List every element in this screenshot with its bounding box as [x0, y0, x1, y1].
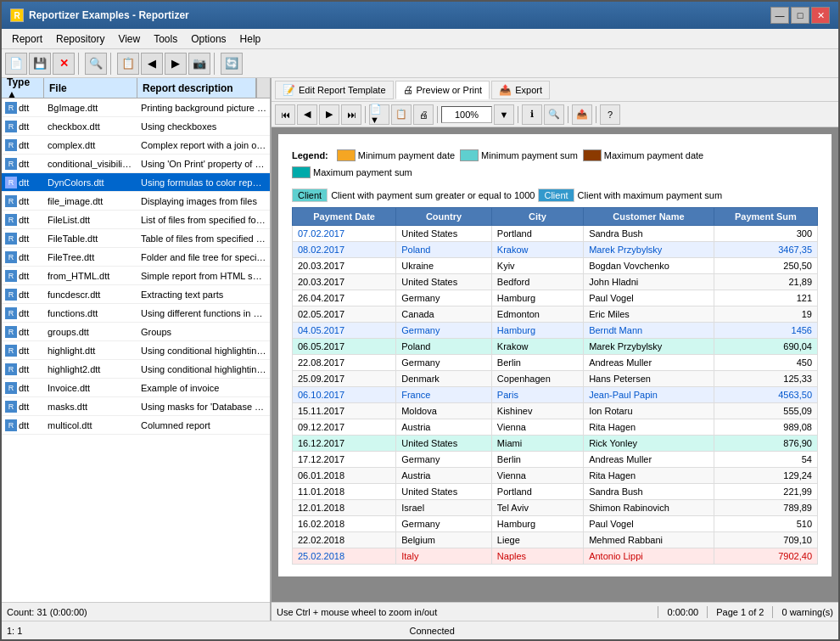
menu-repository[interactable]: Repository	[49, 31, 111, 47]
list-item[interactable]: R dtt FileTable.dtt Table of files from …	[2, 229, 270, 248]
menu-view[interactable]: View	[111, 31, 147, 47]
close-button[interactable]: ✕	[811, 7, 830, 24]
cell-customer: Rick Yonley	[584, 436, 714, 452]
copy-button[interactable]: 📋	[391, 104, 412, 125]
file-icon: R	[5, 307, 17, 319]
export2-button[interactable]: 📤	[572, 104, 592, 125]
tab-preview[interactable]: 🖨 Preview or Print	[395, 81, 490, 99]
find-button[interactable]: 🔍	[544, 104, 564, 125]
list-item[interactable]: R dtt multicol.dtt Columned report	[2, 416, 270, 435]
page-setup-button[interactable]: 📄▼	[369, 104, 389, 125]
left-panel: Type ▲ File Report description R dtt BgI…	[2, 78, 272, 621]
zoom-dropdown-button[interactable]: ▼	[494, 104, 514, 125]
menu-tools[interactable]: Tools	[147, 31, 184, 47]
list-item[interactable]: R dtt functions.dtt Using different func…	[2, 304, 270, 323]
menu-report[interactable]: Report	[5, 31, 49, 47]
info-button[interactable]: ℹ	[522, 104, 542, 125]
list-item[interactable]: R dtt FileList.dtt List of files from sp…	[2, 211, 270, 229]
menu-help[interactable]: Help	[233, 31, 268, 47]
cell-file: Invoice.dtt	[44, 381, 137, 395]
cell-date: 16.02.2018	[293, 516, 396, 532]
cell-city: Hamburg	[491, 290, 583, 306]
table-row: 04.05.2017 Germany Hamburg Berndt Mann 1…	[293, 323, 818, 339]
file-icon: R	[5, 214, 17, 226]
list-item[interactable]: R dtt conditional_visibility.dtt Using '…	[2, 155, 270, 173]
new-button[interactable]: 📄	[5, 53, 27, 75]
col-header-customer: Customer Name	[584, 208, 714, 226]
title-controls: — □ ✕	[770, 7, 830, 24]
client-button-2[interactable]: Client	[538, 188, 574, 202]
minimize-button[interactable]: —	[770, 7, 789, 24]
list-item[interactable]: R dtt BgImage.dtt Printing background pi…	[2, 98, 270, 117]
print-button[interactable]: 🖨	[413, 104, 434, 125]
cell-date: 26.04.2017	[293, 290, 396, 306]
cell-date: 06.05.2017	[293, 339, 396, 355]
zoom-level[interactable]: 100%	[441, 106, 492, 123]
refresh-button[interactable]: 🔄	[221, 53, 243, 75]
cell-date: 04.05.2017	[293, 323, 396, 339]
cell-country: Germany	[396, 516, 492, 532]
legend-min-date: Minimum payment date	[337, 149, 455, 161]
list-item[interactable]: R dtt groups.dtt Groups	[2, 323, 270, 341]
list-item[interactable]: R dtt file_image.dtt Displaying images f…	[2, 192, 270, 211]
list-item[interactable]: R dtt from_HTML.dtt Simple report from H…	[2, 267, 270, 285]
col-header-country: Country	[396, 208, 492, 226]
cell-type: R dtt	[2, 100, 44, 115]
cell-country: Germany	[396, 452, 492, 468]
save-button[interactable]: 💾	[29, 53, 51, 75]
list-item[interactable]: R dtt funcdescr.dtt Extracting text part…	[2, 285, 270, 304]
cell-file: file_image.dtt	[44, 194, 137, 208]
status-bar: Use Ctrl + mouse wheel to zoom in/out 0:…	[272, 602, 838, 621]
cell-sum: 221,99	[714, 484, 817, 500]
client-button-1[interactable]: Client	[292, 188, 328, 202]
tab-preview-label: Preview or Print	[417, 85, 483, 95]
list-item-selected[interactable]: R dtt DynColors.dtt Using formulas to co…	[2, 173, 270, 192]
legend-max-sum: Maximum payment sum	[292, 166, 412, 178]
help-button[interactable]: ?	[600, 104, 620, 125]
forward-button[interactable]: ▶	[165, 53, 187, 75]
back-button[interactable]: ◀	[141, 53, 163, 75]
connection-status: Connected	[31, 626, 833, 636]
close-report-button[interactable]: ✕	[53, 53, 75, 75]
list-item[interactable]: R dtt FileTree.dtt Folder and file tree …	[2, 248, 270, 267]
legend-min-date-label: Minimum payment date	[358, 150, 455, 160]
table-row: 25.09.2017 Denmark Copenhagen Hans Peter…	[293, 371, 818, 387]
first-page-button[interactable]: ⏮	[275, 104, 295, 125]
cell-sum: 4563,50	[714, 387, 817, 403]
cell-desc: Simple report from HTML source	[137, 269, 270, 283]
search-button[interactable]: 🔍	[85, 53, 107, 75]
prev-page-button[interactable]: ◀	[297, 104, 317, 125]
cell-customer: Mehmed Rabbani	[584, 532, 714, 548]
file-icon: R	[5, 270, 17, 282]
list-item[interactable]: R dtt highlight.dtt Using conditional hi…	[2, 341, 270, 360]
legend-box-max-date	[583, 149, 602, 161]
status-time: 0:00:00	[667, 607, 698, 617]
cell-customer: Andreas Muller	[584, 452, 714, 468]
menu-options[interactable]: Options	[184, 31, 232, 47]
list-item[interactable]: R dtt checkbox.dtt Using checkboxes	[2, 117, 270, 136]
cell-country: Poland	[396, 339, 492, 355]
report-scroll-container[interactable]: Legend: Minimum payment date Minimum pay…	[272, 127, 838, 602]
list-item[interactable]: R dtt masks.dtt Using masks for 'Databas…	[2, 397, 270, 416]
list-item[interactable]: R dtt complex.dtt Complex report with a …	[2, 136, 270, 155]
play-button[interactable]: ▶	[319, 104, 339, 125]
tab-export[interactable]: 📤 Export	[491, 81, 550, 99]
list-item[interactable]: R dtt Invoice.dtt Example of invoice	[2, 379, 270, 397]
cell-sum: 129,24	[714, 468, 817, 484]
last-page-button[interactable]: ⏭	[341, 104, 361, 125]
table-row: 02.05.2017 Canada Edmonton Eric Miles 19	[293, 306, 818, 323]
maximize-button[interactable]: □	[791, 7, 809, 24]
column-header-desc[interactable]: Report description	[137, 78, 256, 98]
table-row: 08.02.2017 Poland Krakow Marek Przybylsk…	[293, 242, 818, 258]
file-list-status: Count: 31 (0:00:00)	[2, 602, 270, 621]
column-header-type[interactable]: Type ▲	[2, 78, 44, 98]
column-header-file[interactable]: File	[44, 78, 137, 98]
open-folder-button[interactable]: 📋	[117, 53, 139, 75]
table-row: 17.12.2017 Germany Berlin Andreas Muller…	[293, 452, 818, 468]
main-toolbar: 📄 💾 ✕ 🔍 📋 ◀ ▶ 📷 🔄	[2, 49, 838, 78]
nav-sep-5	[596, 106, 596, 123]
table-row: 06.10.2017 France Paris Jean-Paul Papin …	[293, 387, 818, 403]
screenshot-button[interactable]: 📷	[188, 53, 210, 75]
list-item[interactable]: R dtt highlight2.dtt Using conditional h…	[2, 360, 270, 379]
tab-edit-report[interactable]: 📝 Edit Report Template	[275, 81, 394, 99]
